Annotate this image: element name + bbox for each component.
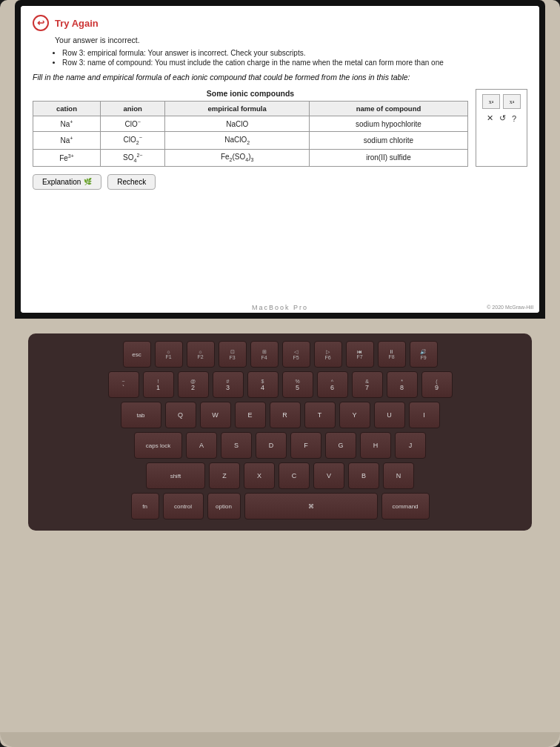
macbook-label: MacBook Pro [252, 304, 308, 311]
key-f4[interactable]: ⊞F4 [250, 341, 279, 368]
cell-anion-1: ClO− [100, 116, 165, 132]
key-i[interactable]: I [409, 402, 440, 428]
cell-formula-1: NaClO [165, 116, 309, 132]
key-j[interactable]: J [395, 432, 426, 459]
cell-name-3: iron(II) sulfide [309, 149, 467, 166]
key-z[interactable]: Z [209, 462, 240, 489]
key-t[interactable]: T [304, 402, 336, 428]
key-e[interactable]: E [235, 402, 266, 428]
try-again-header: ↩ Try Again [33, 15, 527, 31]
subscript-tool[interactable]: xa [503, 94, 521, 109]
key-8[interactable]: *8 [387, 371, 418, 398]
key-u[interactable]: U [374, 402, 405, 428]
table-header-row: cation anion empirical formula name of c… [33, 102, 468, 116]
key-f6[interactable]: ▷F6 [314, 341, 342, 368]
tools-box: xa xa ✕ ↺ ? [476, 89, 527, 167]
key-fn[interactable]: fn [131, 493, 159, 519]
key-1[interactable]: !1 [143, 371, 174, 398]
key-esc[interactable]: esc [123, 341, 151, 368]
superscript-tool[interactable]: xa [482, 94, 500, 109]
key-7[interactable]: &7 [352, 371, 383, 398]
zxcv-row: shift Z X C V B N [37, 462, 523, 489]
cell-formula-3: Fe2(SO4)3 [165, 149, 309, 166]
key-q[interactable]: Q [165, 402, 196, 428]
laptop-ridge [0, 732, 560, 747]
explanation-button[interactable]: Explanation 🌿 [33, 174, 101, 190]
key-n[interactable]: N [383, 462, 414, 489]
question-text: Fill in the name and empirical formula o… [33, 73, 527, 82]
keyboard: esc ☼F1 ☼F2 ⊡F3 ⊞F4 ◁F5 ▷F6 ⏮F7 ⏸F8 🔊F9 … [28, 333, 532, 531]
key-s[interactable]: S [221, 432, 252, 459]
key-c[interactable]: C [279, 462, 310, 489]
table-container: Some ionic compounds cation anion empiri… [33, 89, 527, 167]
key-option[interactable]: option [207, 493, 241, 519]
x-tool[interactable]: ✕ [487, 113, 493, 123]
error-item-1: Row 3: empirical formula: Your answer is… [62, 49, 527, 57]
keyboard-area: esc ☼F1 ☼F2 ⊡F3 ⊞F4 ◁F5 ▷F6 ⏮F7 ⏸F8 🔊F9 … [0, 319, 560, 747]
bottom-buttons: Explanation 🌿 Recheck [33, 174, 527, 190]
key-f9[interactable]: 🔊F9 [410, 341, 438, 368]
copyright: © 2020 McGraw-Hill [487, 305, 533, 310]
tools-row-top: xa xa [482, 94, 521, 109]
cell-cation-3: Fe3+ [33, 149, 101, 166]
table-caption: Some ionic compounds [33, 89, 468, 98]
key-command[interactable]: command [381, 493, 430, 519]
asdf-row: caps lock A S D F G H J [37, 432, 523, 459]
recheck-button[interactable]: Recheck [107, 174, 156, 190]
help-tool[interactable]: ? [512, 114, 516, 123]
cell-name-1: sodium hypochlorite [309, 116, 467, 132]
fn-key-row: esc ☼F1 ☼F2 ⊡F3 ⊞F4 ◁F5 ▷F6 ⏮F7 ⏸F8 🔊F9 [37, 341, 523, 368]
key-f8[interactable]: ⏸F8 [378, 341, 406, 368]
screen-bezel: ↩ Try Again Your answer is incorrect. Ro… [15, 0, 545, 319]
key-r[interactable]: R [270, 402, 301, 428]
table-row: Na+ ClO− NaClO sodium hypochlorite [33, 116, 468, 132]
laptop-body: ↩ Try Again Your answer is incorrect. Ro… [0, 0, 560, 747]
leaf-icon: 🌿 [84, 178, 92, 185]
cell-formula-2: NaClO2 [165, 132, 309, 149]
key-x[interactable]: X [244, 462, 275, 489]
cell-anion-2: ClO2− [100, 132, 165, 149]
key-tilde[interactable]: ~` [108, 371, 139, 398]
cell-cation-2: Na+ [33, 132, 101, 149]
ionic-table: Some ionic compounds cation anion empiri… [33, 89, 468, 167]
try-again-title: Try Again [55, 18, 99, 29]
key-control[interactable]: control [163, 493, 204, 519]
key-a[interactable]: A [186, 432, 217, 459]
key-2[interactable]: @2 [178, 371, 209, 398]
cell-anion-3: SO42− [100, 149, 165, 166]
key-tab[interactable]: tab [121, 402, 161, 428]
number-key-row: ~` !1 @2 #3 $4 %5 ^6 &7 *8 (9 [37, 371, 523, 398]
key-v[interactable]: V [313, 462, 344, 489]
try-again-icon: ↩ [33, 15, 49, 31]
screen: ↩ Try Again Your answer is incorrect. Ro… [21, 6, 539, 313]
key-space[interactable]: ⌘ [244, 493, 378, 519]
key-shift-left[interactable]: shift [146, 462, 205, 489]
error-list: Row 3: empirical formula: Your answer is… [62, 49, 527, 67]
key-6[interactable]: ^6 [317, 371, 348, 398]
key-4[interactable]: $4 [247, 371, 279, 398]
cell-cation-1: Na+ [33, 116, 101, 132]
key-f5[interactable]: ◁F5 [282, 341, 310, 368]
key-y[interactable]: Y [339, 402, 370, 428]
bottom-key-row: fn control option ⌘ command [37, 493, 523, 519]
cell-name-2: sodium chlorite [309, 132, 467, 149]
key-f7[interactable]: ⏮F7 [346, 341, 374, 368]
col-name: name of compound [309, 102, 467, 116]
key-d[interactable]: D [256, 432, 287, 459]
key-f2[interactable]: ☼F2 [187, 341, 215, 368]
undo-tool[interactable]: ↺ [499, 113, 506, 123]
key-b[interactable]: B [348, 462, 379, 489]
key-caps-lock[interactable]: caps lock [134, 432, 182, 459]
key-9[interactable]: (9 [421, 371, 453, 398]
key-f1[interactable]: ☼F1 [155, 341, 183, 368]
key-3[interactable]: #3 [213, 371, 244, 398]
key-f[interactable]: F [290, 432, 321, 459]
qwerty-row: tab Q W E R T Y U I [37, 402, 523, 428]
key-w[interactable]: W [200, 402, 231, 428]
key-f3[interactable]: ⊡F3 [219, 341, 247, 368]
key-h[interactable]: H [360, 432, 391, 459]
col-formula: empirical formula [165, 102, 309, 116]
key-5[interactable]: %5 [282, 371, 313, 398]
col-anion: anion [100, 102, 165, 116]
key-g[interactable]: G [325, 432, 356, 459]
